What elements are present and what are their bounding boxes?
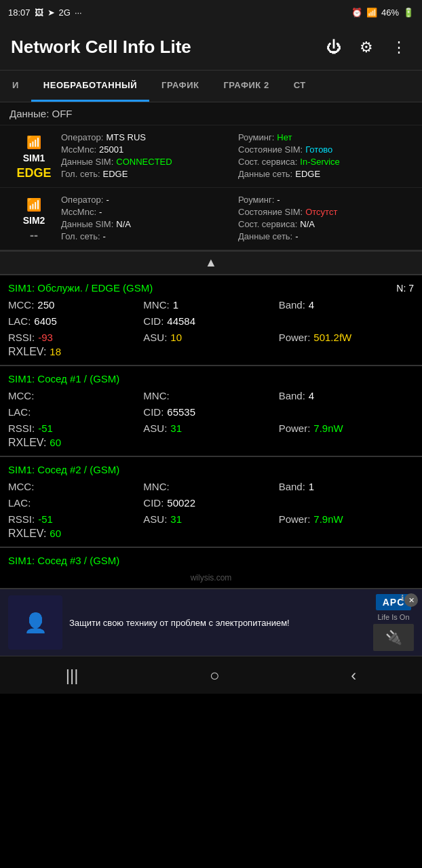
serving-cell-section: SIM1: Обслужи. / EDGE (GSM) N: 7 MCC: 25… <box>0 275 422 366</box>
ad-info-icon[interactable]: ℹ <box>401 593 404 603</box>
sim2-label: SIM2 <box>23 215 45 226</box>
battery-percent: 46% <box>381 7 399 18</box>
sim1-label: SIM1 <box>23 153 45 163</box>
neighbor2-mnc: MNC: <box>143 481 278 492</box>
collapse-button[interactable]: ▲ <box>0 252 422 275</box>
data-label: Данные: <box>9 108 49 119</box>
serving-cid: CID: 44584 <box>143 315 278 327</box>
neighbor1-rxlev: RXLEV: 60 <box>8 437 414 449</box>
alarm-icon: ⏰ <box>351 7 362 18</box>
more-icon: ··· <box>75 7 82 18</box>
tab-graph1[interactable]: ГРАФИК <box>149 71 211 102</box>
neighbor1-cid: CID: 65535 <box>143 406 278 418</box>
serving-rssi: RSSI: -93 <box>8 332 143 343</box>
sim1-voice-net: Гол. сеть: EDGE <box>61 169 238 179</box>
sim2-roaming: Роуминг: - <box>238 195 415 205</box>
neighbor1-power: Power: 7.9nW <box>279 422 414 434</box>
sim1-operator: Оператор: MTS RUS <box>61 132 238 142</box>
serving-asu: ASU: 10 <box>143 332 278 343</box>
nav-bar: ||| ○ ‹ <box>0 656 422 694</box>
neighbor2-band: Band: 1 <box>279 481 414 492</box>
chevron-up-icon: ▲ <box>205 256 217 270</box>
sim1-service-state: Сост. сервиса: In-Service <box>238 157 415 167</box>
neighbor3-title: SIM1: Сосед #3 / (GSM) <box>8 555 119 566</box>
sim2-sim-state: Состояние SIM: Отсутст <box>238 207 415 217</box>
sim1-sim-state: Состояние SIM: Готово <box>238 144 415 155</box>
data-value: OFF <box>52 108 73 119</box>
sim1-row: 📶 SIM1 EDGE Оператор: MTS RUS Роуминг: Н… <box>0 125 422 188</box>
serving-cell-header: SIM1: Обслужи. / EDGE (GSM) N: 7 <box>8 282 414 294</box>
data-status-bar: Данные: OFF <box>0 102 422 125</box>
sim1-mccmnc: MccMnc: 25001 <box>61 144 238 155</box>
sim2-service-state: Сост. сервиса: N/A <box>238 219 415 229</box>
app-title: Network Cell Info Lite <box>11 37 313 58</box>
serving-cell-title: SIM1: Обслужи. / EDGE (GSM) <box>8 282 153 294</box>
serving-power: Power: 501.2fW <box>279 332 414 343</box>
neighbor2-rxlev: RXLEV: 60 <box>8 528 414 540</box>
ad-slogan: Life Is On <box>377 613 409 621</box>
neighbor2-rssi: RSSI: -51 <box>8 513 143 525</box>
navigation-icon: ➤ <box>47 7 55 18</box>
tab-raw[interactable]: НЕОБРАБОТАННЫЙ <box>31 71 149 102</box>
ad-text: Защити свою технику от проблем с электро… <box>69 618 373 628</box>
neighbor2-title: SIM1: Сосед #2 / (GSM) <box>8 464 119 475</box>
sim2-tech: -- <box>30 229 38 243</box>
sim2-row: 📶 SIM2 -- Оператор: - Роуминг: - MccMnc:… <box>0 188 422 250</box>
neighbor2-cid: CID: 50022 <box>143 497 278 509</box>
neighbor1-section: SIM1: Сосед #1 / (GSM) MCC: MNC: Band: 4… <box>0 366 422 457</box>
sim2-data-sim: Данные SIM: N/A <box>61 219 238 229</box>
serving-lac: LAC: 6405 <box>8 315 143 327</box>
tab-graph2[interactable]: ГРАФИК 2 <box>211 71 281 102</box>
home-button[interactable]: ○ <box>193 660 236 690</box>
neighbor3-header: SIM1: Сосед #3 / (GSM) <box>8 555 414 566</box>
tab-bar: И НЕОБРАБОТАННЫЙ ГРАФИК ГРАФИК 2 СТ <box>0 71 422 102</box>
serving-band: Band: 4 <box>279 299 414 311</box>
neighbor2-asu: ASU: 31 <box>143 513 278 525</box>
serving-cell-n: N: 7 <box>396 283 414 294</box>
ad-banner: 👤 Защити свою технику от проблем с элект… <box>0 588 422 656</box>
sim1-details: Оператор: MTS RUS Роуминг: Нет MccMnc: 2… <box>61 132 415 179</box>
sim1-data-sim: Данные SIM: CONNECTED <box>61 157 238 167</box>
neighbor2-lac: LAC: <box>8 497 143 509</box>
neighbor2-mcc: MCC: <box>8 481 143 492</box>
serving-mnc: MNC: 1 <box>143 299 278 311</box>
neighbor1-band: Band: 4 <box>279 390 414 401</box>
settings-button[interactable]: ⚙ <box>354 35 379 60</box>
sim1-data-net: Данные сеть: EDGE <box>238 169 415 179</box>
sim1-roaming: Роуминг: Нет <box>238 132 415 142</box>
app-bar: Network Cell Info Lite ⏻ ⚙ ⋮ <box>0 24 422 71</box>
watermark: wilysis.com <box>8 572 414 584</box>
neighbor1-mnc: MNC: <box>143 390 278 401</box>
status-left: 18:07 🖼 ➤ 2G ··· <box>8 7 82 18</box>
sim1-left: 📶 SIM1 EDGE <box>7 132 61 180</box>
neighbor2-grid: MCC: MNC: Band: 1 LAC: CID: 50022 RSSI: … <box>8 481 414 525</box>
signal-icon: 2G <box>59 7 71 18</box>
tab-i[interactable]: И <box>0 71 31 102</box>
signal-strength-icon: 📶 <box>366 7 377 18</box>
status-right: ⏰ 📶 46% 🔋 <box>351 7 414 18</box>
ad-close-button[interactable]: ✕ <box>404 593 418 607</box>
sim2-signal-icon: 📶 <box>26 197 41 212</box>
serving-rxlev: RXLEV: 18 <box>8 346 414 358</box>
tab-st[interactable]: СТ <box>282 71 318 102</box>
sim1-tech: EDGE <box>16 166 51 180</box>
sim2-left: 📶 SIM2 -- <box>7 195 61 243</box>
sim1-signal-icon: 📶 <box>26 135 41 150</box>
sim2-mccmnc: MccMnc: - <box>61 207 238 217</box>
recent-apps-button[interactable]: ||| <box>50 660 95 690</box>
serving-cell-grid: MCC: 250 MNC: 1 Band: 4 LAC: 6405 CID: 4… <box>8 299 414 343</box>
sim2-details: Оператор: - Роуминг: - MccMnc: - Состоян… <box>61 195 415 241</box>
ad-product-image: 🔌 <box>373 624 414 651</box>
sim2-voice-net: Гол. сеть: - <box>61 231 238 241</box>
photo-icon: 🖼 <box>35 7 43 18</box>
ad-left-image: 👤 <box>8 595 62 650</box>
back-button[interactable]: ‹ <box>334 660 372 690</box>
neighbor1-header: SIM1: Сосед #1 / (GSM) <box>8 373 414 384</box>
serving-mcc: MCC: 250 <box>8 299 143 311</box>
sim2-data-net: Данные сеть: - <box>238 231 415 241</box>
power-button[interactable]: ⏻ <box>322 35 346 60</box>
neighbor2-header: SIM1: Сосед #2 / (GSM) <box>8 464 414 475</box>
neighbor1-mcc: MCC: <box>8 390 143 401</box>
menu-button[interactable]: ⋮ <box>387 35 411 60</box>
neighbor1-title: SIM1: Сосед #1 / (GSM) <box>8 373 119 384</box>
